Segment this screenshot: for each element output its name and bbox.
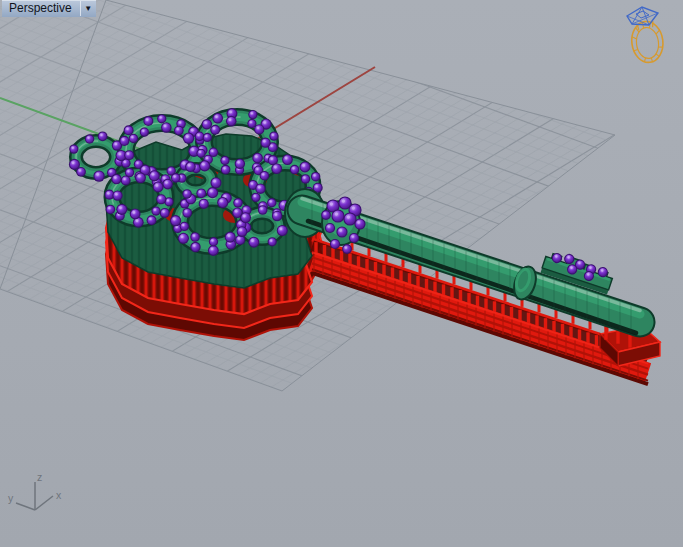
- perspective-viewport[interactable]: Perspective ▼ z x y: [0, 0, 683, 547]
- axis-gizmo: z x y: [6, 466, 84, 530]
- chevron-down-icon[interactable]: ▼: [81, 0, 96, 17]
- gizmo-y-label: y: [8, 492, 14, 504]
- gizmo-x-label: x: [56, 489, 62, 501]
- jewelry-ring-icon: [615, 3, 677, 67]
- viewport-title[interactable]: Perspective: [2, 0, 80, 17]
- viewport-title-button[interactable]: Perspective ▼: [2, 0, 96, 17]
- gizmo-z-label: z: [37, 471, 42, 483]
- title-separator: [80, 1, 81, 16]
- viewport-canvas[interactable]: [0, 0, 683, 547]
